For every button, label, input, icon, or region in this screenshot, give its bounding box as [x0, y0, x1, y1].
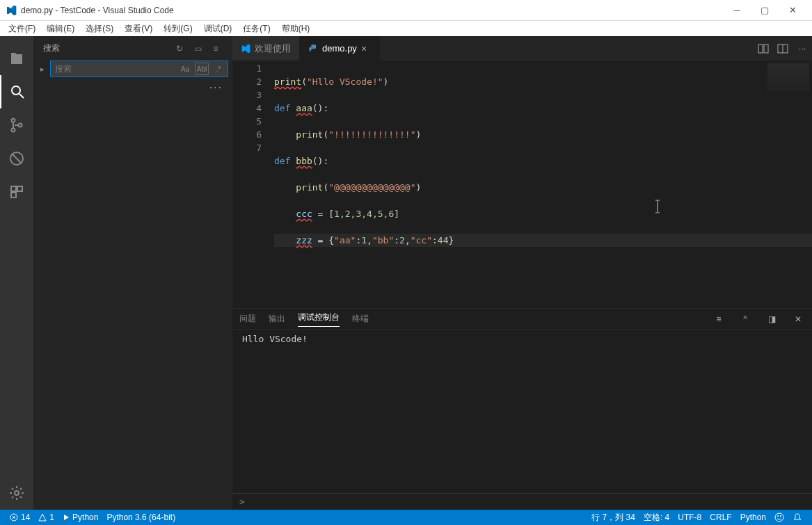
debug-console-output[interactable]: Hllo VScode! [232, 330, 812, 493]
status-encoding[interactable]: UTF-8 [674, 512, 706, 522]
svg-point-18 [780, 515, 781, 517]
window-maximize[interactable]: ▢ [751, 0, 779, 21]
regex-toggle[interactable]: .* [212, 63, 225, 75]
panel-tab-problems[interactable]: 问题 [239, 313, 256, 325]
activitybar [0, 36, 33, 510]
collapse-icon[interactable]: ▭ [191, 42, 205, 56]
status-run[interactable]: Python [58, 512, 102, 522]
feedback-icon[interactable] [770, 512, 788, 522]
menu-file[interactable]: 文件(F) [3, 21, 41, 36]
more-icon[interactable]: ··· [793, 36, 812, 60]
warning-icon [38, 513, 47, 522]
notifications-icon[interactable] [788, 512, 806, 522]
whole-word-toggle[interactable]: Abl [195, 63, 209, 75]
toggle-search-details[interactable]: ··· [33, 80, 232, 95]
window-close[interactable]: ✕ [779, 0, 806, 21]
status-interpreter[interactable]: Python 3.6 (64-bit) [102, 512, 180, 522]
sidebar-search: 搜索 ↻ ▭ ≡ ▸ Aa Abl .* ··· [33, 36, 232, 510]
vscode-icon [6, 5, 17, 16]
bottom-panel: 问题 输出 调试控制台 终端 ≡ ^ ◨ ✕ Hllo VScode! > [232, 308, 812, 510]
chevron-up-icon[interactable]: ^ [738, 314, 752, 324]
tab-demo-py[interactable]: demo.py × [300, 36, 380, 60]
window-minimize[interactable]: ─ [723, 0, 751, 21]
svg-line-6 [12, 154, 22, 163]
svg-point-3 [12, 129, 15, 132]
code-editor[interactable]: print("Hllo VScode!") def aaa(): print("… [274, 60, 812, 308]
menu-tasks[interactable]: 任务(T) [237, 21, 276, 36]
status-eol[interactable]: CRLF [706, 512, 735, 522]
minimap[interactable] [767, 63, 809, 91]
svg-point-16 [775, 513, 783, 522]
tab-welcome-label: 欢迎使用 [255, 42, 291, 55]
svg-point-10 [15, 491, 19, 495]
menu-edit[interactable]: 编辑(E) [41, 21, 80, 36]
play-icon [63, 514, 70, 521]
match-case-toggle[interactable]: Aa [178, 63, 192, 75]
clear-console-icon[interactable]: ≡ [712, 314, 726, 324]
activity-search[interactable] [0, 75, 33, 108]
editor-tabs: 欢迎使用 demo.py × ··· [232, 36, 812, 60]
window-title: demo.py - TestCode - Visual Studio Code [21, 6, 723, 15]
sidebar-title: 搜索 [43, 42, 168, 54]
svg-rect-7 [11, 186, 16, 191]
menu-debug[interactable]: 调试(D) [198, 21, 238, 36]
status-spaces[interactable]: 空格: 4 [639, 512, 674, 524]
activity-extensions[interactable] [0, 175, 33, 209]
menubar: 文件(F) 编辑(E) 选择(S) 查看(V) 转到(G) 调试(D) 任务(T… [0, 21, 812, 36]
status-position[interactable]: 行 7，列 34 [587, 512, 639, 524]
titlebar: demo.py - TestCode - Visual Studio Code … [0, 0, 812, 21]
clear-icon[interactable]: ≡ [209, 42, 223, 56]
menu-select[interactable]: 选择(S) [80, 21, 119, 36]
editor-area: 欢迎使用 demo.py × ··· 1 2 3 4 5 6 7 print( [232, 36, 812, 510]
activity-explorer[interactable] [0, 42, 33, 75]
svg-point-0 [12, 86, 20, 95]
console-line: Hllo VScode! [242, 334, 802, 344]
python-icon [308, 44, 318, 54]
split-editor-icon[interactable] [773, 36, 793, 60]
text-cursor-icon [654, 200, 661, 213]
statusbar: 14 1 Python Python 3.6 (64-bit) 行 7，列 34… [0, 510, 812, 525]
close-icon[interactable]: × [361, 43, 371, 54]
svg-rect-12 [764, 45, 768, 53]
svg-line-1 [19, 94, 24, 98]
line-gutter: 1 2 3 4 5 6 7 [232, 60, 274, 308]
status-language[interactable]: Python [736, 512, 770, 522]
close-panel-icon[interactable]: ✕ [791, 314, 805, 324]
compare-icon[interactable] [754, 36, 773, 60]
svg-point-2 [12, 119, 15, 122]
tab-welcome[interactable]: 欢迎使用 [232, 36, 300, 60]
menu-goto[interactable]: 转到(G) [158, 21, 198, 36]
prompt-icon: > [239, 496, 245, 507]
svg-point-17 [777, 515, 779, 517]
activity-settings[interactable] [0, 476, 33, 510]
tab-demo-label: demo.py [322, 43, 357, 54]
status-errors[interactable]: 14 [6, 512, 34, 522]
debug-console-input[interactable]: > [232, 493, 812, 510]
error-icon [10, 513, 18, 522]
vscode-icon [241, 44, 250, 54]
activity-debug[interactable] [0, 142, 33, 175]
menu-view[interactable]: 查看(V) [119, 21, 158, 36]
svg-rect-9 [11, 193, 16, 197]
panel-tab-debug-console[interactable]: 调试控制台 [298, 312, 340, 327]
panel-tab-output[interactable]: 输出 [269, 313, 285, 325]
menu-help[interactable]: 帮助(H) [276, 21, 316, 36]
svg-rect-11 [758, 45, 763, 53]
panel-position-icon[interactable]: ◨ [765, 314, 779, 324]
svg-point-4 [19, 124, 22, 127]
panel-tab-terminal[interactable]: 终端 [352, 313, 369, 325]
refresh-icon[interactable]: ↻ [173, 42, 186, 56]
activity-scm[interactable] [0, 108, 33, 142]
expand-search-icon[interactable]: ▸ [40, 65, 50, 74]
svg-rect-8 [17, 186, 22, 191]
status-warnings[interactable]: 1 [34, 512, 58, 522]
